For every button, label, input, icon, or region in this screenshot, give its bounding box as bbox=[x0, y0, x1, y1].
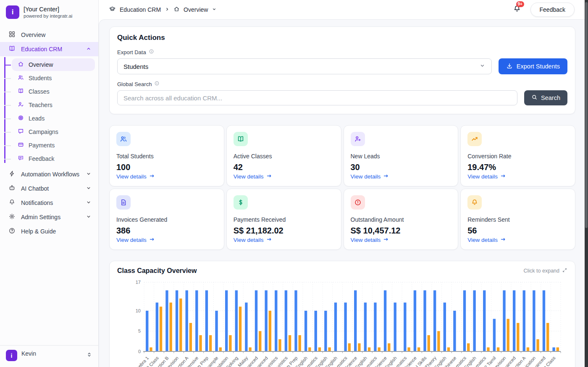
sidebar-item-label: Overview bbox=[29, 61, 53, 68]
app-shell: i [Your Center] powered by integratr.ai … bbox=[0, 0, 585, 367]
stat-label: Invoices Generated bbox=[116, 216, 217, 223]
search-icon bbox=[531, 94, 538, 102]
topbar: Education CRM Overview 9+ Feedback bbox=[99, 0, 585, 19]
bot-icon bbox=[8, 184, 16, 193]
global-search-input[interactable] bbox=[117, 90, 517, 105]
svg-text:10: 10 bbox=[136, 308, 141, 313]
info-icon[interactable] bbox=[149, 49, 154, 55]
sidebar-crm-submenu: Overview Students Classes Teachers Leads bbox=[0, 56, 98, 167]
sidebar-item-education-crm[interactable]: Education CRM bbox=[0, 42, 98, 56]
sidebar-item-label: Campaigns bbox=[29, 128, 58, 135]
breadcrumb-parent[interactable]: Education CRM bbox=[120, 6, 161, 13]
book-open-icon bbox=[8, 45, 16, 53]
expand-hint-text: Click to expand bbox=[524, 268, 559, 274]
sidebar-item-crm-campaigns[interactable]: Campaigns bbox=[12, 126, 95, 138]
export-data-label: Export Data bbox=[117, 49, 567, 55]
alert-circle-icon bbox=[351, 195, 365, 210]
grid-icon bbox=[8, 31, 16, 39]
users-icon bbox=[18, 74, 24, 82]
arrow-right-icon bbox=[383, 236, 389, 244]
chevron-down-icon[interactable] bbox=[212, 6, 217, 13]
arrow-right-icon bbox=[266, 236, 272, 244]
sidebar-item-ai-chatbot[interactable]: AI Chatbot bbox=[0, 181, 98, 196]
link-text: View details bbox=[467, 237, 498, 243]
message-lines-icon bbox=[18, 155, 24, 163]
sidebar-item-help-guide[interactable]: Help & Guide bbox=[0, 224, 98, 239]
label-text: Export Data bbox=[117, 49, 146, 55]
view-details-link[interactable]: View details bbox=[351, 173, 452, 180]
sidebar-item-crm-feedback[interactable]: Feedback bbox=[12, 152, 95, 165]
topbar-actions: 9+ Feedback bbox=[513, 3, 575, 17]
scrollbar-thumb[interactable] bbox=[585, 2, 588, 228]
bell-icon bbox=[8, 199, 16, 207]
stat-value: 56 bbox=[467, 226, 568, 236]
sidebar-item-label: Help & Guide bbox=[21, 228, 56, 235]
view-details-link[interactable]: View details bbox=[351, 236, 452, 244]
chevron-down-icon bbox=[479, 63, 486, 70]
view-details-link[interactable]: View details bbox=[116, 236, 217, 244]
export-data-select[interactable]: Students bbox=[117, 58, 492, 74]
sidebar-user-menu[interactable]: i Kevin bbox=[0, 345, 98, 367]
sidebar-item-crm-payments[interactable]: Payments bbox=[12, 139, 95, 152]
feedback-button[interactable]: Feedback bbox=[530, 3, 575, 17]
stat-card-new-leads: New Leads 30 View details bbox=[344, 125, 459, 186]
stat-value: S$ 21,182.02 bbox=[234, 226, 334, 236]
sidebar-item-label: Admin Settings bbox=[21, 214, 60, 220]
notifications-bell-button[interactable]: 9+ bbox=[513, 5, 521, 15]
expand-chart-button[interactable]: Click to expand bbox=[524, 267, 567, 274]
view-details-link[interactable]: View details bbox=[116, 173, 217, 180]
export-students-button[interactable]: Export Students bbox=[499, 58, 567, 74]
button-label: Search bbox=[541, 94, 560, 101]
view-details-link[interactable]: View details bbox=[234, 173, 334, 180]
info-icon[interactable] bbox=[154, 81, 160, 87]
view-details-link[interactable]: View details bbox=[234, 236, 334, 244]
sidebar-item-label: Automation Workflows bbox=[21, 171, 79, 178]
arrow-right-icon bbox=[149, 173, 155, 180]
sidebar-item-label: Payments bbox=[29, 142, 55, 149]
sidebar-item-overview[interactable]: Overview bbox=[0, 28, 98, 42]
view-details-link[interactable]: View details bbox=[467, 173, 568, 180]
quick-actions-card: Quick Actions Export Data Students Expor… bbox=[109, 26, 575, 114]
stat-value: S$ 10,457.12 bbox=[351, 226, 452, 236]
stat-card-payments-received: Payments Received S$ 21,182.02 View deta… bbox=[226, 189, 341, 250]
bell-icon bbox=[513, 7, 521, 14]
book-open-icon bbox=[234, 132, 248, 146]
sidebar-item-notifications[interactable]: Notifications bbox=[0, 196, 98, 210]
stat-value: 386 bbox=[116, 226, 217, 236]
stat-card-invoices-generated: Invoices Generated 386 View details bbox=[109, 189, 224, 250]
sidebar-item-automation-workflows[interactable]: Automation Workflows bbox=[0, 167, 98, 181]
link-text: View details bbox=[116, 237, 147, 243]
page-scrollbar[interactable] bbox=[585, 0, 588, 367]
breadcrumb-current[interactable]: Overview bbox=[184, 6, 208, 13]
sidebar-item-crm-students[interactable]: Students bbox=[12, 72, 95, 84]
sidebar-item-crm-overview[interactable]: Overview bbox=[12, 58, 95, 71]
sidebar-item-crm-classes[interactable]: Classes bbox=[12, 85, 95, 98]
arrow-right-icon bbox=[383, 173, 389, 180]
sidebar-item-crm-teachers[interactable]: Teachers bbox=[12, 99, 95, 111]
sidebar-item-label: Teachers bbox=[29, 102, 52, 108]
credit-card-icon bbox=[18, 142, 24, 149]
sidebar-item-label: Overview bbox=[21, 31, 45, 38]
stat-label: New Leads bbox=[351, 153, 452, 160]
sidebar-item-admin-settings[interactable]: Admin Settings bbox=[0, 210, 98, 224]
sidebar-item-crm-leads[interactable]: Leads bbox=[12, 112, 95, 125]
search-button[interactable]: Search bbox=[524, 90, 567, 105]
stat-label: Payments Received bbox=[234, 216, 334, 223]
class-capacity-bar-chart[interactable]: 051017Algebra 13 S2 ClassSection B- Revi… bbox=[117, 278, 567, 367]
sidebar-item-label: Education CRM bbox=[21, 46, 62, 52]
sidebar-item-label: AI Chatbot bbox=[21, 185, 49, 192]
arrow-right-icon bbox=[500, 173, 506, 180]
link-text: View details bbox=[351, 173, 381, 180]
book-open-icon bbox=[18, 88, 24, 95]
dollar-icon bbox=[234, 195, 248, 210]
stat-value: 30 bbox=[351, 163, 452, 172]
chevron-up-icon bbox=[86, 46, 92, 53]
user-check-icon bbox=[18, 101, 24, 109]
sidebar-item-label: Notifications bbox=[21, 199, 53, 206]
stats-grid: Total Students 100 View details Active C… bbox=[109, 125, 575, 250]
link-text: View details bbox=[234, 173, 264, 180]
svg-text:0: 0 bbox=[138, 349, 141, 354]
help-circle-icon bbox=[8, 227, 16, 236]
view-details-link[interactable]: View details bbox=[467, 236, 568, 244]
file-text-icon bbox=[116, 195, 131, 210]
